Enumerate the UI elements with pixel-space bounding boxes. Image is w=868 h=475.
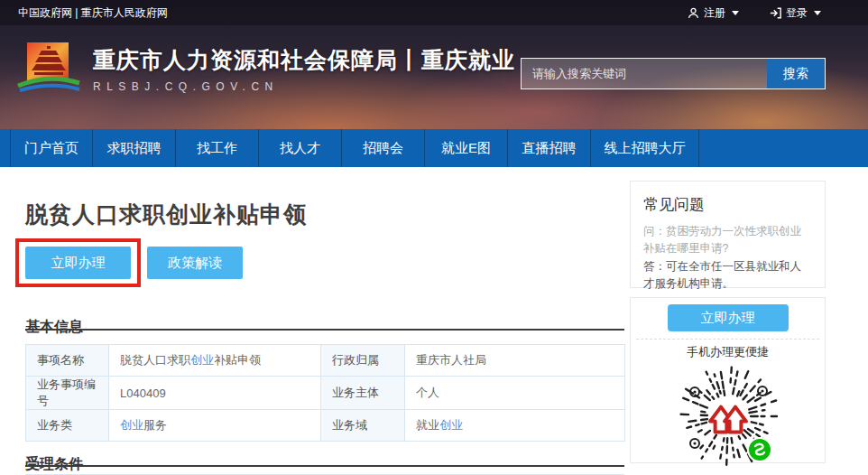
apply-box: 立即办理 手机办理更便捷 — [630, 297, 826, 463]
accept-conditions-divider — [25, 465, 624, 467]
info-value: 个人 — [405, 377, 625, 410]
basic-info-divider — [25, 329, 624, 331]
nav-item-job-fair[interactable]: 招聘会 — [342, 129, 425, 167]
login-label: 登录 — [786, 5, 808, 21]
info-label: 业务事项编号 — [26, 377, 109, 410]
topbar-account: 注册 登录 — [688, 5, 821, 21]
site-header: 中国政府网 | 重庆市人民政府网 注册 登录 — [0, 0, 868, 129]
info-value: 创业服务 — [109, 410, 321, 442]
policy-interpretation-button[interactable]: 政策解读 — [147, 247, 243, 279]
wechat-miniprogram-icon — [748, 438, 771, 461]
info-label: 业务类 — [26, 410, 109, 442]
login-link[interactable]: 登录 — [770, 5, 821, 21]
value-text: 就业 — [416, 418, 439, 432]
page-title: 脱贫人口求职创业补贴申领 — [25, 200, 307, 229]
basic-info-table: 事项名称 脱贫人口求职创业补贴申领 行政归属 重庆市人社局 业务事项编号 L04… — [25, 344, 625, 442]
info-value: L040409 — [109, 377, 321, 410]
nav-item-live-recruit[interactable]: 直播招聘 — [508, 129, 591, 167]
faq-question[interactable]: 问：贫困劳动力一次性求职创业补贴在哪里申请? — [643, 223, 812, 258]
dashed-divider — [636, 339, 819, 340]
nav-item-employment-map[interactable]: 就业E图 — [425, 129, 508, 167]
site-title: 重庆市人力资源和社会保障局丨重庆就业 — [93, 45, 515, 75]
qr-code — [673, 361, 783, 471]
site-domain: RLSBJ.CQ.GOV.CN — [93, 80, 515, 93]
sidebar-apply-now-button[interactable]: 立即办理 — [668, 304, 789, 331]
faq-answer: 答：可在全市任一区县就业和人才服务机构申请。 — [643, 258, 812, 293]
value-text: 个人 — [416, 386, 439, 399]
search-button[interactable]: 搜索 — [767, 59, 825, 88]
value-text: L040409 — [120, 387, 166, 400]
caret-down-icon — [814, 11, 821, 15]
info-label: 事项名称 — [26, 345, 109, 377]
apply-now-button[interactable]: 立即办理 — [25, 247, 131, 279]
main-nav: 门户首页 求职招聘 找工作 找人才 招聘会 就业E图 直播招聘 线上招聘大厅 — [0, 129, 868, 167]
register-link[interactable]: 注册 — [688, 5, 739, 21]
search-bar: 搜索 — [521, 58, 826, 89]
gov-links[interactable]: 中国政府网 | 重庆市人民政府网 — [18, 5, 168, 21]
user-icon — [688, 7, 699, 19]
info-value: 脱贫人口求职创业补贴申领 — [109, 345, 321, 377]
basic-info-heading: 基本信息 — [25, 318, 83, 337]
table-row: 业务事项编号 L040409 业务主体 个人 — [26, 377, 625, 410]
info-label: 业务主体 — [321, 377, 405, 410]
value-text: 服务 — [143, 418, 167, 432]
info-label: 行政归属 — [321, 345, 405, 377]
faq-heading: 常见问题 — [643, 194, 812, 215]
info-value: 重庆市人社局 — [405, 345, 625, 377]
highlight-annotation-box: 立即办理 — [15, 238, 141, 287]
value-text: 补贴申领 — [214, 353, 261, 367]
register-label: 注册 — [704, 5, 725, 21]
login-icon — [770, 7, 781, 19]
highlighted-keyword: 创业 — [190, 353, 214, 367]
value-text: 脱贫人口求职 — [120, 353, 190, 367]
caret-down-icon — [732, 11, 739, 15]
nav-item-online-recruit-hall[interactable]: 线上招聘大厅 — [591, 129, 699, 167]
site-brand: 重庆市人力资源和社会保障局丨重庆就业 RLSBJ.CQ.GOV.CN — [93, 45, 515, 93]
nav-item-find-talent[interactable]: 找人才 — [259, 129, 342, 167]
table-row: 业务类 创业服务 业务域 就业创业 — [26, 410, 625, 442]
mobile-tip: 手机办理更便捷 — [631, 344, 825, 360]
topbar: 中国政府网 | 重庆市人民政府网 注册 登录 — [0, 0, 868, 25]
mini-program-code-icon — [673, 361, 783, 471]
info-label: 业务域 — [321, 410, 405, 442]
nav-item-job-recruit[interactable]: 求职招聘 — [93, 129, 176, 167]
logo-emblem-icon — [16, 41, 81, 97]
page: 中国政府网 | 重庆市人民政府网 注册 登录 — [0, 0, 868, 475]
highlighted-keyword: 创业 — [120, 418, 143, 432]
nav-item-home[interactable]: 门户首页 — [10, 129, 93, 167]
highlighted-keyword: 创业 — [439, 418, 463, 432]
value-text: 重庆市人社局 — [416, 353, 486, 367]
faq-box: 常见问题 问：贫困劳动力一次性求职创业补贴在哪里申请? 答：可在全市任一区县就业… — [630, 181, 826, 288]
nav-item-find-job[interactable]: 找工作 — [176, 129, 259, 167]
site-logo[interactable] — [16, 41, 81, 97]
table-row: 事项名称 脱贫人口求职创业补贴申领 行政归属 重庆市人社局 — [26, 345, 625, 377]
search-input[interactable] — [522, 59, 767, 88]
info-value: 就业创业 — [405, 410, 625, 442]
